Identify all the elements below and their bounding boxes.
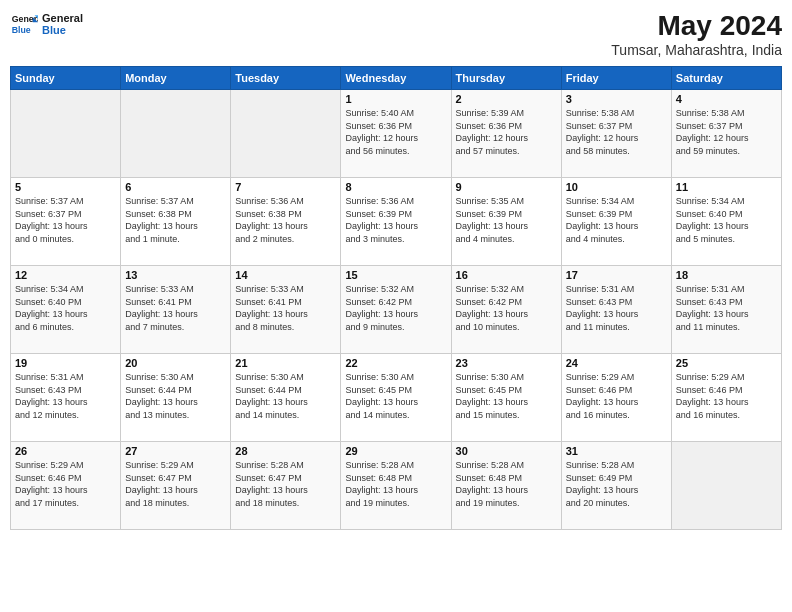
day-info: Daylight: 13 hours: [566, 396, 667, 409]
calendar-cell: 28Sunrise: 5:28 AMSunset: 6:47 PMDayligh…: [231, 442, 341, 530]
day-info: Sunset: 6:37 PM: [566, 120, 667, 133]
day-info: Daylight: 13 hours: [125, 308, 226, 321]
day-info: Daylight: 13 hours: [566, 220, 667, 233]
day-number: 14: [235, 269, 336, 281]
day-info: and 11 minutes.: [676, 321, 777, 334]
day-info: and 2 minutes.: [235, 233, 336, 246]
day-number: 15: [345, 269, 446, 281]
day-info: and 59 minutes.: [676, 145, 777, 158]
day-number: 22: [345, 357, 446, 369]
day-info: and 8 minutes.: [235, 321, 336, 334]
calendar-cell: 15Sunrise: 5:32 AMSunset: 6:42 PMDayligh…: [341, 266, 451, 354]
day-info: and 19 minutes.: [456, 497, 557, 510]
day-info: Sunset: 6:39 PM: [456, 208, 557, 221]
day-info: and 18 minutes.: [235, 497, 336, 510]
day-number: 25: [676, 357, 777, 369]
calendar-cell: [11, 90, 121, 178]
day-info: Daylight: 13 hours: [235, 220, 336, 233]
day-info: Sunrise: 5:40 AM: [345, 107, 446, 120]
day-info: Daylight: 13 hours: [566, 484, 667, 497]
logo-line2: Blue: [42, 24, 83, 36]
day-info: Sunset: 6:40 PM: [15, 296, 116, 309]
day-info: and 20 minutes.: [566, 497, 667, 510]
day-info: Sunrise: 5:29 AM: [125, 459, 226, 472]
day-info: Sunset: 6:43 PM: [15, 384, 116, 397]
day-info: Sunset: 6:38 PM: [125, 208, 226, 221]
calendar-cell: 29Sunrise: 5:28 AMSunset: 6:48 PMDayligh…: [341, 442, 451, 530]
day-number: 11: [676, 181, 777, 193]
day-info: and 18 minutes.: [125, 497, 226, 510]
day-number: 4: [676, 93, 777, 105]
day-info: Daylight: 12 hours: [456, 132, 557, 145]
day-info: Sunrise: 5:34 AM: [15, 283, 116, 296]
day-info: and 16 minutes.: [676, 409, 777, 422]
day-info: Sunset: 6:41 PM: [235, 296, 336, 309]
day-info: Sunset: 6:43 PM: [676, 296, 777, 309]
svg-text:Blue: Blue: [12, 25, 31, 35]
calendar-cell: 23Sunrise: 5:30 AMSunset: 6:45 PMDayligh…: [451, 354, 561, 442]
day-info: Sunrise: 5:28 AM: [235, 459, 336, 472]
day-info: Daylight: 13 hours: [235, 308, 336, 321]
day-info: Sunrise: 5:33 AM: [125, 283, 226, 296]
day-info: Daylight: 13 hours: [235, 396, 336, 409]
calendar-cell: 19Sunrise: 5:31 AMSunset: 6:43 PMDayligh…: [11, 354, 121, 442]
calendar-cell: 26Sunrise: 5:29 AMSunset: 6:46 PMDayligh…: [11, 442, 121, 530]
day-info: Sunrise: 5:31 AM: [566, 283, 667, 296]
day-info: Sunset: 6:47 PM: [235, 472, 336, 485]
day-info: Daylight: 13 hours: [456, 308, 557, 321]
calendar-week: 19Sunrise: 5:31 AMSunset: 6:43 PMDayligh…: [11, 354, 782, 442]
calendar-cell: 9Sunrise: 5:35 AMSunset: 6:39 PMDaylight…: [451, 178, 561, 266]
day-number: 31: [566, 445, 667, 457]
day-info: and 11 minutes.: [566, 321, 667, 334]
day-info: Sunrise: 5:28 AM: [345, 459, 446, 472]
calendar-cell: 11Sunrise: 5:34 AMSunset: 6:40 PMDayligh…: [671, 178, 781, 266]
day-info: Sunrise: 5:37 AM: [125, 195, 226, 208]
day-number: 18: [676, 269, 777, 281]
day-info: Sunset: 6:38 PM: [235, 208, 336, 221]
logo-text: General Blue: [42, 12, 83, 36]
day-info: Sunset: 6:46 PM: [676, 384, 777, 397]
calendar-cell: 24Sunrise: 5:29 AMSunset: 6:46 PMDayligh…: [561, 354, 671, 442]
day-info: Daylight: 12 hours: [566, 132, 667, 145]
day-number: 28: [235, 445, 336, 457]
day-info: Sunrise: 5:34 AM: [566, 195, 667, 208]
day-number: 24: [566, 357, 667, 369]
day-info: Sunrise: 5:38 AM: [676, 107, 777, 120]
weekday-row: SundayMondayTuesdayWednesdayThursdayFrid…: [11, 67, 782, 90]
day-info: Sunrise: 5:32 AM: [456, 283, 557, 296]
day-info: Daylight: 13 hours: [345, 396, 446, 409]
day-info: and 4 minutes.: [456, 233, 557, 246]
weekday-header: Wednesday: [341, 67, 451, 90]
day-info: Daylight: 13 hours: [235, 484, 336, 497]
day-number: 7: [235, 181, 336, 193]
day-info: Sunrise: 5:28 AM: [566, 459, 667, 472]
day-info: and 10 minutes.: [456, 321, 557, 334]
day-info: and 3 minutes.: [345, 233, 446, 246]
calendar-cell: 1Sunrise: 5:40 AMSunset: 6:36 PMDaylight…: [341, 90, 451, 178]
day-info: Sunrise: 5:37 AM: [15, 195, 116, 208]
calendar-cell: 5Sunrise: 5:37 AMSunset: 6:37 PMDaylight…: [11, 178, 121, 266]
day-info: and 14 minutes.: [345, 409, 446, 422]
weekday-header: Monday: [121, 67, 231, 90]
day-number: 26: [15, 445, 116, 457]
calendar-cell: 4Sunrise: 5:38 AMSunset: 6:37 PMDaylight…: [671, 90, 781, 178]
calendar-cell: 30Sunrise: 5:28 AMSunset: 6:48 PMDayligh…: [451, 442, 561, 530]
day-info: Daylight: 13 hours: [456, 396, 557, 409]
day-info: Sunset: 6:41 PM: [125, 296, 226, 309]
day-info: Sunrise: 5:38 AM: [566, 107, 667, 120]
day-number: 2: [456, 93, 557, 105]
day-info: and 5 minutes.: [676, 233, 777, 246]
calendar-cell: [671, 442, 781, 530]
day-number: 10: [566, 181, 667, 193]
day-info: Sunrise: 5:29 AM: [676, 371, 777, 384]
day-info: Daylight: 12 hours: [345, 132, 446, 145]
calendar-cell: 17Sunrise: 5:31 AMSunset: 6:43 PMDayligh…: [561, 266, 671, 354]
calendar-cell: 7Sunrise: 5:36 AMSunset: 6:38 PMDaylight…: [231, 178, 341, 266]
day-number: 9: [456, 181, 557, 193]
day-info: Sunset: 6:37 PM: [15, 208, 116, 221]
weekday-header: Thursday: [451, 67, 561, 90]
logo: General Blue General Blue: [10, 10, 83, 38]
day-info: Sunset: 6:46 PM: [566, 384, 667, 397]
calendar-week: 5Sunrise: 5:37 AMSunset: 6:37 PMDaylight…: [11, 178, 782, 266]
day-info: and 9 minutes.: [345, 321, 446, 334]
